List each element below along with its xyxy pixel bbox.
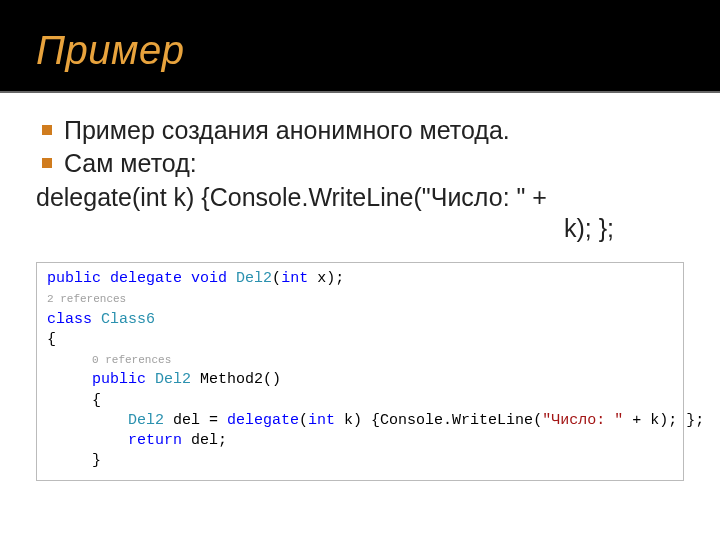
code-block: public delegate void Del2(int x); 2 refe… bbox=[36, 262, 684, 481]
slide-body: Пример создания анонимного метода. Сам м… bbox=[0, 93, 720, 481]
slide-header: Пример bbox=[0, 0, 720, 93]
code-text: + k); }; bbox=[623, 412, 704, 429]
keyword: delegate bbox=[110, 270, 182, 287]
code-text: ( bbox=[299, 412, 308, 429]
type-name: Del2 bbox=[236, 270, 272, 287]
code-text: x); bbox=[308, 270, 344, 287]
keyword: int bbox=[308, 412, 335, 429]
keyword: void bbox=[191, 270, 227, 287]
codelens-ref: 2 references bbox=[47, 293, 126, 305]
code-text: } bbox=[92, 452, 101, 469]
type-name: Class6 bbox=[101, 311, 155, 328]
code-text: ( bbox=[272, 270, 281, 287]
code-text: k) {Console.WriteLine( bbox=[335, 412, 542, 429]
inline-code: delegate(int k) {Console.WriteLine("Числ… bbox=[36, 182, 684, 245]
bullet-text: Сам метод: bbox=[64, 149, 197, 177]
bullet-item: Сам метод: bbox=[36, 148, 684, 179]
inline-code-line: k); }; bbox=[36, 213, 684, 244]
keyword: delegate bbox=[227, 412, 299, 429]
slide-title: Пример bbox=[36, 28, 184, 72]
bullet-item: Пример создания анонимного метода. bbox=[36, 115, 684, 146]
keyword: class bbox=[47, 311, 92, 328]
type-name: Del2 bbox=[155, 371, 191, 388]
inline-code-line: delegate(int k) {Console.WriteLine("Числ… bbox=[36, 183, 547, 211]
bullet-list: Пример создания анонимного метода. Сам м… bbox=[36, 115, 684, 180]
code-text: { bbox=[92, 392, 101, 409]
code-text: del = bbox=[164, 412, 227, 429]
string-literal: "Число: " bbox=[542, 412, 623, 429]
code-text: del; bbox=[182, 432, 227, 449]
codelens-ref: 0 references bbox=[92, 354, 171, 366]
keyword: return bbox=[128, 432, 182, 449]
bullet-text: Пример создания анонимного метода. bbox=[64, 116, 510, 144]
code-text: Method2() bbox=[191, 371, 281, 388]
code-text: { bbox=[47, 331, 56, 348]
keyword: int bbox=[281, 270, 308, 287]
type-name: Del2 bbox=[128, 412, 164, 429]
keyword: public bbox=[92, 371, 146, 388]
keyword: public bbox=[47, 270, 101, 287]
